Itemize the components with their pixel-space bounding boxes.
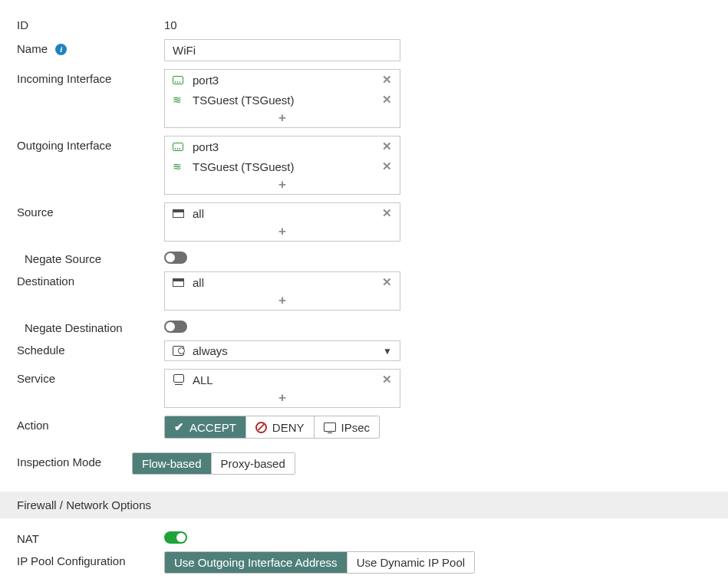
ethernet-icon xyxy=(173,143,188,151)
nat-toggle[interactable] xyxy=(164,531,187,544)
item-text: TSGuest (TSGuest) xyxy=(188,94,380,107)
add-button[interactable]: + xyxy=(165,223,400,241)
remove-icon[interactable]: ✕ xyxy=(380,373,394,386)
item-text: all xyxy=(188,276,380,289)
outgoing-label: Outgoing Interface xyxy=(17,136,164,152)
item-text: TSGuest (TSGuest) xyxy=(188,160,380,173)
service-label: Service xyxy=(17,369,164,385)
inspection-segmented: Flow-based Proxy-based xyxy=(132,452,295,475)
add-button[interactable]: + xyxy=(165,176,400,194)
item-text: port3 xyxy=(188,140,380,153)
list-item: port3 ✕ xyxy=(165,136,400,156)
list-item: ALL ✕ xyxy=(165,370,400,390)
action-segmented: ✔ ACCEPT DENY IPsec xyxy=(164,416,380,439)
chevron-down-icon: ▼ xyxy=(383,346,392,357)
negate-destination-toggle[interactable] xyxy=(164,321,187,333)
incoming-label: Incoming Interface xyxy=(17,69,164,85)
add-button[interactable]: + xyxy=(165,110,400,127)
ippool-label: IP Pool Configuration xyxy=(17,551,164,567)
item-text: port3 xyxy=(188,74,380,87)
schedule-icon xyxy=(173,346,188,356)
id-value: 10 xyxy=(164,15,177,31)
name-input[interactable] xyxy=(164,39,400,61)
service-icon xyxy=(173,374,188,385)
negate-source-toggle[interactable] xyxy=(164,252,187,264)
remove-icon[interactable]: ✕ xyxy=(380,73,394,87)
check-icon: ✔ xyxy=(174,420,184,434)
source-box[interactable]: all ✕ + xyxy=(164,202,400,242)
destination-box[interactable]: all ✕ + xyxy=(164,271,400,311)
item-text: all xyxy=(188,207,380,220)
ippool-outgoing[interactable]: Use Outgoing Interface Address xyxy=(165,552,348,573)
nat-label: NAT xyxy=(17,529,164,545)
list-item: ≋ TSGuest (TSGuest) ✕ xyxy=(165,156,400,176)
list-item: ≋ TSGuest (TSGuest) ✕ xyxy=(165,90,400,110)
remove-icon[interactable]: ✕ xyxy=(380,206,394,220)
ippool-segmented: Use Outgoing Interface Address Use Dynam… xyxy=(164,551,475,574)
negate-destination-label: Negate Destination xyxy=(17,318,164,334)
remove-icon[interactable]: ✕ xyxy=(380,93,394,107)
outgoing-interface-box[interactable]: port3 ✕ ≋ TSGuest (TSGuest) ✕ + xyxy=(164,136,400,195)
remove-icon[interactable]: ✕ xyxy=(380,159,394,173)
action-accept[interactable]: ✔ ACCEPT xyxy=(165,416,246,438)
ippool-dynamic[interactable]: Use Dynamic IP Pool xyxy=(348,552,474,573)
name-label: Name i xyxy=(17,39,164,56)
id-label: ID xyxy=(17,15,164,31)
schedule-label: Schedule xyxy=(17,340,164,357)
inspection-label: Inspection Mode xyxy=(17,452,132,469)
inspection-flow[interactable]: Flow-based xyxy=(133,453,212,474)
list-item: port3 ✕ xyxy=(165,70,400,90)
schedule-select[interactable]: always ▼ xyxy=(164,340,400,361)
schedule-value: always xyxy=(188,344,383,357)
remove-icon[interactable]: ✕ xyxy=(380,275,394,289)
service-box[interactable]: ALL ✕ + xyxy=(164,369,400,408)
source-label: Source xyxy=(17,202,164,219)
negate-source-label: Negate Source xyxy=(17,249,164,265)
wifi-icon: ≋ xyxy=(173,161,188,172)
deny-icon xyxy=(255,422,267,433)
remove-icon[interactable]: ✕ xyxy=(380,140,394,153)
ipsec-icon xyxy=(324,423,336,432)
add-button[interactable]: + xyxy=(165,292,400,310)
ethernet-icon xyxy=(173,76,188,84)
action-label: Action xyxy=(17,416,164,432)
action-ipsec[interactable]: IPsec xyxy=(315,416,380,438)
add-button[interactable]: + xyxy=(165,390,400,407)
list-item: all ✕ xyxy=(165,272,400,292)
incoming-interface-box[interactable]: port3 ✕ ≋ TSGuest (TSGuest) ✕ + xyxy=(164,69,400,128)
list-item: all ✕ xyxy=(165,203,400,223)
address-icon xyxy=(173,278,188,287)
inspection-proxy[interactable]: Proxy-based xyxy=(212,453,295,474)
item-text: ALL xyxy=(188,373,380,386)
wifi-icon: ≋ xyxy=(173,94,188,105)
section-firewall-network: Firewall / Network Options xyxy=(0,492,728,518)
action-deny[interactable]: DENY xyxy=(246,416,315,438)
info-icon[interactable]: i xyxy=(55,44,67,55)
address-icon xyxy=(173,209,188,218)
destination-label: Destination xyxy=(17,271,164,288)
